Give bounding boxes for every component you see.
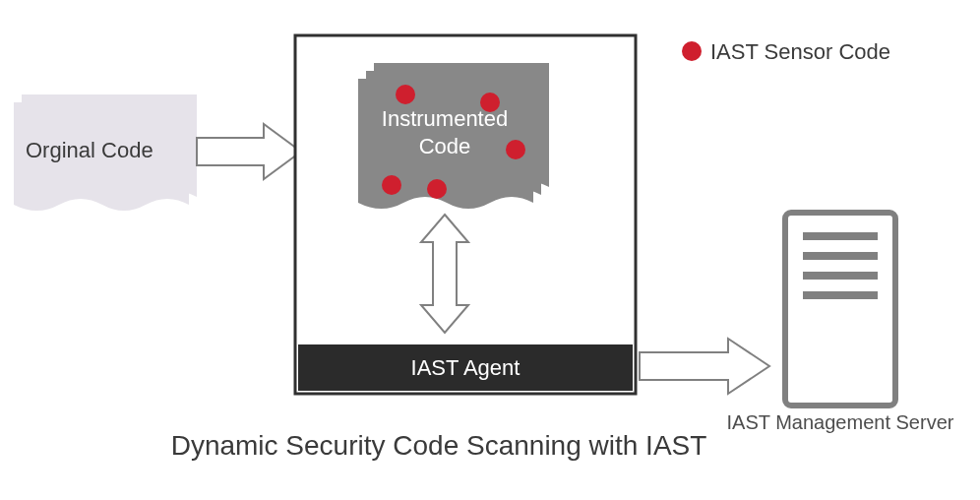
sensor-dot-icon (396, 85, 415, 104)
arrow-agent-to-server (640, 339, 769, 394)
iast-management-server: IAST Management Server (727, 213, 954, 433)
diagram-caption: Dynamic Security Code Scanning with IAST (171, 430, 707, 461)
instrumented-code-block: Instrumented Code (358, 63, 549, 209)
server-label: IAST Management Server (727, 411, 954, 433)
arrow-original-to-container (197, 124, 301, 179)
legend: IAST Sensor Code (682, 39, 890, 64)
iast-agent-label: IAST Agent (411, 355, 521, 380)
legend-label: IAST Sensor Code (710, 39, 890, 64)
app-container: Instrumented Code IAST Agent (295, 35, 636, 394)
sensor-dot-icon (506, 140, 525, 159)
original-code-label: Orginal Code (26, 138, 153, 162)
sensor-dot-icon (427, 179, 447, 199)
original-code-block: Orginal Code (14, 94, 197, 211)
server-icon (785, 213, 895, 406)
svg-rect-2 (785, 213, 895, 406)
iast-agent-bar: IAST Agent (298, 344, 633, 391)
sensor-dot-icon (682, 41, 702, 61)
instrumented-code-label-1: Instrumented (382, 106, 508, 131)
sensor-dot-icon (382, 175, 401, 195)
instrumented-code-label-2: Code (419, 134, 471, 158)
